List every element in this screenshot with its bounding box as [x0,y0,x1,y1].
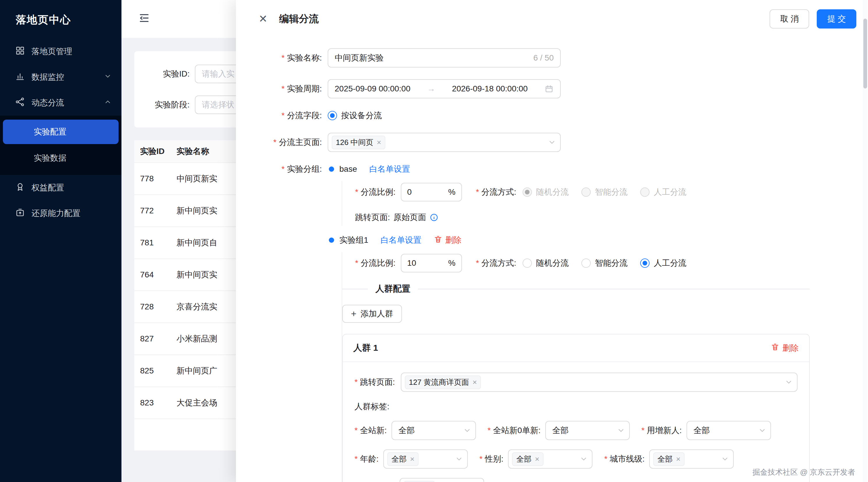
info-circle-icon[interactable] [430,213,438,222]
drawer-title: 编辑分流 [279,12,319,26]
submit-button[interactable]: 提 交 [817,9,856,29]
delete-crowd-button[interactable]: 删除 [771,343,799,354]
group-base-block: *分流比例: % *分流方式: 随机分流 智能分流 人工分流 跳转页面: 原始页… [342,181,810,226]
required-mark: * [355,258,358,268]
sidebar-item-exp-data[interactable]: 实验数据 [3,146,119,170]
required-mark: * [281,164,285,173]
group-1-name: 实验组1 [339,234,369,246]
select-all-site-new[interactable]: 全部 [392,421,476,440]
app-title: 落地页中心 [0,0,121,39]
period-start: 2025-09-09 00:00:00 [335,84,410,93]
experiment-period-label: *实验周期: [236,83,322,94]
sidebar-item-exp-config[interactable]: 实验配置 [3,120,119,144]
badge-icon [15,182,25,194]
radio-manual-split-disabled: 人工分流 [640,187,686,198]
selected-tag: 126 中间页× [332,136,385,149]
trash-icon [434,235,442,246]
chevron-down-icon [617,426,625,435]
main-page-select[interactable]: 126 中间页× [328,133,561,152]
sidebar-item-rights-config[interactable]: 权益配置 [0,175,121,200]
radio-random-split[interactable]: 随机分流 [523,258,568,269]
select-city-tier[interactable]: 全部× [649,449,734,469]
sidebar-item-dynamic-split[interactable]: 动态分流 [0,90,121,116]
group1-ratio-value[interactable] [407,258,433,268]
delete-group-button[interactable]: 删除 [434,234,462,246]
share-branch-icon [15,97,25,109]
select-growth-new-user[interactable]: 全部 [686,421,771,440]
required-mark: * [476,187,479,196]
experiment-period-picker[interactable]: 2025-09-09 00:00:00 → 2026-09-18 00:00:0… [328,79,561,98]
edit-split-drawer: ✕ 编辑分流 取 消 提 交 *实验名称: 6 / 50 *实验周期: 2025… [236,0,868,482]
column-exp-id: 实验ID [134,146,177,157]
tag-close-icon[interactable]: × [410,455,414,463]
required-mark: * [604,454,607,464]
required-mark: * [354,378,358,387]
selected-tag: 低端× [404,481,435,482]
percent-suffix: % [448,187,456,197]
crowd-jump-select[interactable]: 127 黄流商详页面× [401,373,798,392]
method-label: *分流方式: [476,187,517,198]
cancel-button[interactable]: 取 消 [770,9,809,29]
add-crowd-button[interactable]: + 添加人群 [342,305,402,323]
char-counter: 6 / 50 [533,53,554,63]
group1-ratio-input[interactable]: % [401,254,462,272]
radio-smart-split[interactable]: 智能分流 [581,258,627,269]
drawer-header: ✕ 编辑分流 取 消 提 交 [236,0,868,38]
radio-device-split[interactable]: 按设备分流 [328,110,382,121]
bar-chart-icon [15,71,25,83]
crowd-card-1: 人群 1 删除 *跳转页面: 127 黄流商详页面× [342,334,810,482]
menu-fold-icon[interactable] [138,12,150,26]
radio-checked-disabled-icon [523,187,532,197]
required-mark: * [479,454,483,464]
required-mark: * [488,426,491,435]
whitelist-settings-link[interactable]: 白名单设置 [381,234,422,246]
chevron-down-icon [721,455,729,463]
experiment-name-value[interactable] [335,53,530,63]
plus-icon: + [351,309,356,318]
drawer-scrollbar-thumb[interactable] [863,19,867,89]
field-label: 城市线级: [610,453,645,464]
cell-exp-id: 825 [134,366,177,376]
sidebar: 落地页中心 落地页管理 数据监控 动态分流 实验配置 实验数据 权益配置 [0,0,121,482]
tag-close-icon[interactable]: × [472,378,477,386]
sidebar-item-label: 实验配置 [34,126,66,137]
grid-icon [15,46,25,58]
sidebar-item-label: 数据监控 [31,72,98,83]
ratio-label: 分流比例: [361,258,396,269]
cell-exp-id: 827 [134,334,177,344]
select-phone-model[interactable]: 低端× [400,478,484,482]
select-gender[interactable]: 全部× [508,449,592,469]
selected-tag: 全部× [388,452,418,466]
radio-random-split-disabled: 随机分流 [523,187,568,198]
split-field-label: *分流字段: [236,110,322,121]
radio-disabled-icon [640,187,650,197]
base-ratio-input[interactable]: % [401,183,462,201]
select-age[interactable]: 全部× [383,449,468,469]
tag-close-icon[interactable]: × [535,455,539,463]
tag-close-icon[interactable]: × [676,455,680,463]
whitelist-settings-link[interactable]: 白名单设置 [369,164,410,174]
chevron-down-icon [785,378,793,386]
experiment-id-label: 实验ID: [146,68,190,79]
select-zero-order-new[interactable]: 全部 [545,421,630,440]
tag-close-icon[interactable]: × [377,138,381,146]
crowd-tags-label: 人群标签: [354,401,798,412]
group-bullet-icon [329,166,334,172]
radio-manual-split[interactable]: 人工分流 [640,258,686,269]
sidebar-item-data-monitor[interactable]: 数据监控 [0,64,121,90]
cell-exp-id: 728 [134,302,177,312]
selected-tag: 127 黄流商详页面× [405,376,481,389]
sidebar-item-landing-manage[interactable]: 落地页管理 [0,39,121,64]
close-icon[interactable]: ✕ [259,14,268,24]
jump-page-value: 原始页面 [394,212,426,223]
radio-icon [523,258,532,268]
chevron-down-icon [548,138,556,147]
experiment-name-input[interactable]: 6 / 50 [328,48,561,67]
period-end: 2026-09-18 00:00:00 [452,84,528,93]
field-label: 用增新人: [647,425,682,436]
base-ratio-value[interactable] [407,187,433,197]
sidebar-item-label: 落地页管理 [31,46,112,57]
sidebar-item-restore-config[interactable]: 还原能力配置 [0,200,121,226]
sidebar-item-label: 权益配置 [31,182,112,193]
required-mark: * [273,138,276,147]
